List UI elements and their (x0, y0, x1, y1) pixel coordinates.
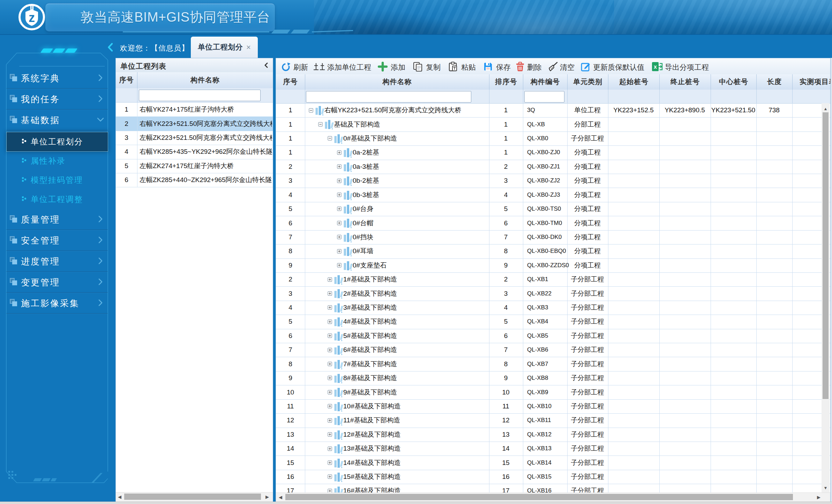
svg-text:z: z (29, 10, 35, 25)
svg-text:x: x (654, 64, 657, 70)
